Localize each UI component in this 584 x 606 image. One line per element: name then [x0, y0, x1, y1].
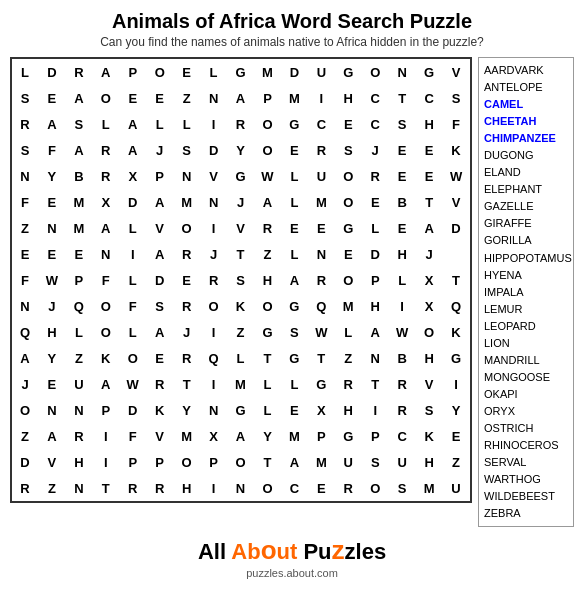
grid-cell: F — [120, 423, 146, 449]
grid-cell: N — [228, 475, 254, 501]
grid-cell: I — [443, 371, 469, 397]
word-list-item: ELAND — [484, 164, 568, 181]
grid-cell: N — [12, 163, 38, 189]
word-list-item: GORILLA — [484, 232, 568, 249]
grid-cell: N — [39, 215, 65, 241]
grid-cell: T — [389, 85, 415, 111]
grid-cell: Q — [308, 293, 334, 319]
grid-cell: E — [39, 85, 65, 111]
grid-cell: L — [281, 241, 307, 267]
word-list-item: GIRAFFE — [484, 215, 568, 232]
word-list-item: HYENA — [484, 267, 568, 284]
grid-cell: O — [12, 397, 38, 423]
word-list-item: MONGOOSE — [484, 369, 568, 386]
grid-cell: U — [308, 163, 334, 189]
logo-ut: ut — [277, 539, 304, 564]
grid-cell: E — [147, 345, 173, 371]
grid-cell: Z — [228, 319, 254, 345]
logo-puzzles: Pu — [303, 539, 331, 564]
grid-cell: U — [66, 371, 92, 397]
grid-cell: N — [12, 293, 38, 319]
page-subtitle: Can you find the names of animals native… — [100, 35, 484, 49]
grid-cell: O — [93, 85, 119, 111]
logo-about: Ab — [231, 539, 260, 564]
grid-cell: N — [362, 345, 388, 371]
grid-cell: D — [120, 189, 146, 215]
grid-cell: E — [362, 189, 388, 215]
grid-cell: C — [389, 423, 415, 449]
grid-cell: E — [281, 397, 307, 423]
grid-cell: N — [39, 397, 65, 423]
grid-cell: I — [201, 371, 227, 397]
grid-cell: F — [12, 189, 38, 215]
grid-cell: O — [93, 293, 119, 319]
grid-cell: P — [254, 85, 280, 111]
grid-cell: M — [281, 85, 307, 111]
grid-cell: A — [66, 137, 92, 163]
grid-cell: B — [389, 189, 415, 215]
grid-cell: H — [389, 241, 415, 267]
grid-cell: R — [228, 111, 254, 137]
grid-cell: Q — [443, 293, 469, 319]
grid-cell: X — [308, 397, 334, 423]
grid-cell: R — [335, 371, 361, 397]
grid-cell: P — [120, 449, 146, 475]
grid-cell: C — [362, 111, 388, 137]
grid-cell: R — [174, 293, 200, 319]
grid-cell: A — [39, 423, 65, 449]
grid-cell: S — [362, 449, 388, 475]
grid-cell: T — [416, 189, 442, 215]
grid-cell: L — [174, 111, 200, 137]
grid-cell: G — [335, 423, 361, 449]
grid-cell: X — [201, 423, 227, 449]
grid-cell: I — [120, 241, 146, 267]
word-list-item: CHEETAH — [484, 113, 568, 130]
grid-cell: Z — [12, 215, 38, 241]
word-list-item: CHIMPANZEE — [484, 130, 568, 147]
grid-cell: O — [362, 475, 388, 501]
grid-cell: W — [308, 319, 334, 345]
grid-cell: Z — [335, 345, 361, 371]
grid-cell: H — [174, 475, 200, 501]
grid-cell: H — [416, 449, 442, 475]
grid-cell: C — [362, 85, 388, 111]
grid-cell: E — [335, 111, 361, 137]
grid-cell: T — [308, 345, 334, 371]
grid-cell: Z — [12, 423, 38, 449]
grid-cell: Y — [39, 163, 65, 189]
grid-cell: I — [201, 215, 227, 241]
grid-cell: P — [201, 449, 227, 475]
grid-cell: G — [281, 345, 307, 371]
grid-cell: G — [254, 319, 280, 345]
grid-cell: E — [389, 137, 415, 163]
grid-cell: I — [308, 85, 334, 111]
grid-cell: L — [93, 111, 119, 137]
grid-cell: D — [120, 397, 146, 423]
word-list-item: GAZELLE — [484, 198, 568, 215]
grid-cell: V — [147, 215, 173, 241]
word-list-item: IMPALA — [484, 284, 568, 301]
grid-cell: H — [416, 111, 442, 137]
grid-cell: E — [443, 423, 469, 449]
grid-cell: U — [443, 475, 469, 501]
grid-cell: H — [254, 267, 280, 293]
grid-cell: L — [147, 111, 173, 137]
grid-cell: K — [147, 397, 173, 423]
grid-cell: J — [416, 241, 442, 267]
grid-cell: S — [12, 85, 38, 111]
grid-cell: A — [228, 85, 254, 111]
grid-cell: O — [335, 267, 361, 293]
grid-cell: R — [93, 163, 119, 189]
grid-cell: O — [228, 449, 254, 475]
grid-cell: M — [66, 215, 92, 241]
grid-cell: R — [66, 59, 92, 85]
grid-cell: U — [335, 449, 361, 475]
grid-cell: A — [93, 371, 119, 397]
grid-cell: R — [120, 475, 146, 501]
grid-cell: A — [281, 267, 307, 293]
grid-cell: Z — [174, 85, 200, 111]
grid-cell: R — [308, 137, 334, 163]
grid-cell: O — [201, 293, 227, 319]
grid-cell: E — [335, 241, 361, 267]
grid-cell: E — [308, 215, 334, 241]
